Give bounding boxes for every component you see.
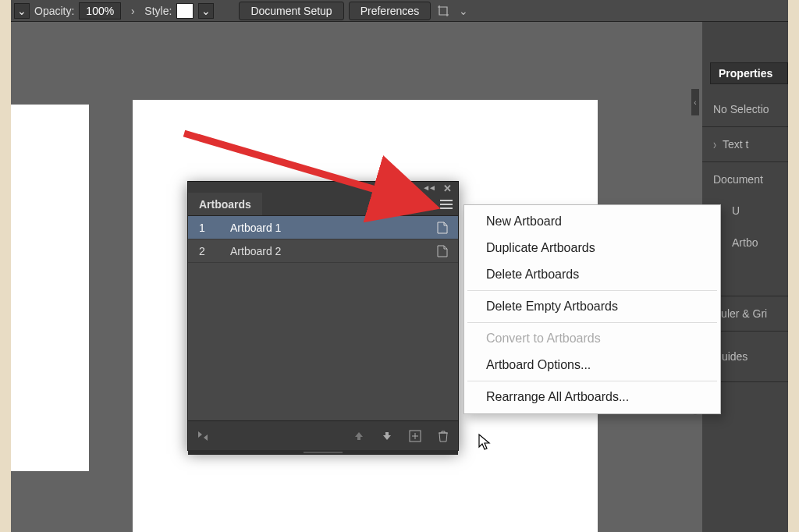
menu-item[interactable]: New Artboard bbox=[464, 208, 720, 235]
crop-icon[interactable] bbox=[435, 3, 451, 19]
menu-separator bbox=[467, 322, 717, 323]
opacity-chevron-icon[interactable]: › bbox=[126, 5, 140, 17]
artboard-number: 2 bbox=[188, 245, 225, 257]
close-icon[interactable]: ✕ bbox=[443, 183, 452, 194]
move-up-icon[interactable] bbox=[352, 429, 366, 443]
chevron-down-icon: ⌄ bbox=[17, 5, 27, 17]
menu-item[interactable]: Duplicate Artboards bbox=[464, 235, 720, 261]
chevron-right-icon: › bbox=[713, 136, 716, 153]
artboard-name: Artboard 1 bbox=[225, 222, 427, 234]
artboard-name: Artboard 2 bbox=[225, 245, 427, 257]
artboard-options-icon[interactable] bbox=[427, 245, 458, 257]
no-selection-label: No Selectio bbox=[702, 92, 788, 127]
options-bar: ⌄ Opacity: 100% › Style: ⌄ Document Setu… bbox=[11, 0, 788, 22]
menu-separator bbox=[467, 290, 717, 291]
resize-grip[interactable] bbox=[188, 450, 458, 455]
panel-footer bbox=[188, 420, 458, 450]
delete-icon[interactable] bbox=[436, 429, 450, 443]
chevron-down-icon: ⌄ bbox=[201, 5, 211, 17]
artboard-row[interactable]: 2 Artboard 2 bbox=[188, 239, 458, 263]
style-label: Style: bbox=[144, 5, 172, 17]
artboard-row[interactable]: 1 Artboard 1 bbox=[188, 216, 458, 239]
menu-item[interactable]: Delete Artboards bbox=[464, 261, 720, 288]
artboards-tab[interactable]: Artboards bbox=[188, 193, 262, 215]
style-dropdown[interactable]: ⌄ bbox=[198, 3, 214, 19]
text-section[interactable]: › Text t bbox=[702, 127, 788, 162]
new-artboard-icon[interactable] bbox=[408, 429, 422, 443]
menu-separator bbox=[467, 381, 717, 381]
panel-collapse-handle[interactable]: ‹ bbox=[691, 89, 699, 115]
opacity-label: Opacity: bbox=[34, 5, 74, 17]
panel-collapse-icon[interactable]: ◄◄ bbox=[422, 183, 435, 192]
options-chevron-icon[interactable]: ⌄ bbox=[456, 3, 471, 19]
document-section-label: Document bbox=[702, 162, 788, 197]
page-edge bbox=[11, 105, 89, 471]
artboards-list: 1 Artboard 1 2 Artboard 2 bbox=[188, 216, 458, 420]
artboard-options-icon[interactable] bbox=[427, 222, 458, 234]
artboard-number: 1 bbox=[188, 222, 225, 234]
preferences-button[interactable]: Preferences bbox=[349, 2, 431, 20]
panel-titlebar[interactable]: ◄◄ ✕ bbox=[188, 182, 458, 193]
artboards-panel: ◄◄ ✕ Artboards 1 Artboard 1 2 Artboard 2 bbox=[187, 181, 459, 451]
move-down-icon[interactable] bbox=[380, 429, 394, 443]
rearrange-icon[interactable] bbox=[196, 429, 210, 443]
selection-dropdown[interactable]: ⌄ bbox=[14, 3, 30, 19]
panel-context-menu: New ArtboardDuplicate ArtboardsDelete Ar… bbox=[463, 204, 721, 414]
opacity-value[interactable]: 100% bbox=[79, 2, 121, 20]
menu-item[interactable]: Rearrange All Artboards... bbox=[464, 384, 720, 410]
menu-item: Convert to Artboards bbox=[464, 325, 720, 352]
menu-item[interactable]: Artboard Options... bbox=[464, 352, 720, 378]
document-setup-button[interactable]: Document Setup bbox=[239, 2, 343, 20]
menu-item[interactable]: Delete Empty Artboards bbox=[464, 293, 720, 320]
panel-menu-button[interactable] bbox=[435, 193, 458, 215]
style-swatch[interactable] bbox=[176, 3, 194, 19]
properties-tab[interactable]: Properties bbox=[710, 62, 788, 84]
text-label: Text t bbox=[723, 138, 748, 151]
hamburger-icon bbox=[440, 200, 453, 209]
